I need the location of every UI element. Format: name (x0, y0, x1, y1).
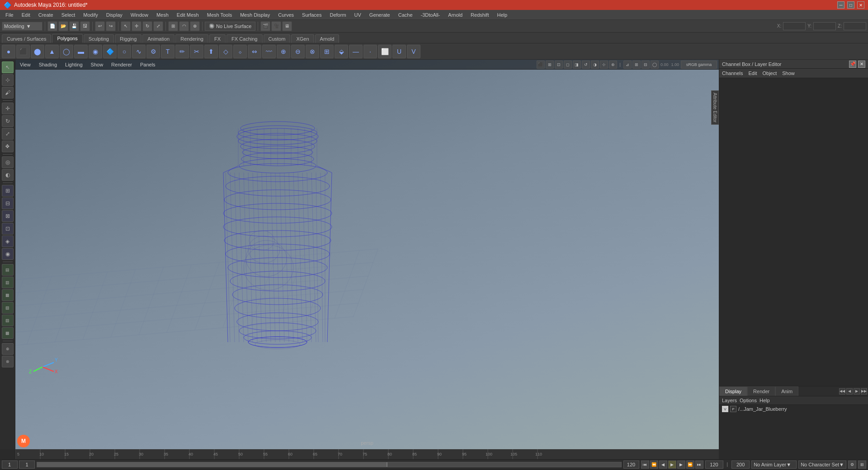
param2-button[interactable]: ▥ (2, 277, 14, 288)
help-sub[interactable]: Help (760, 398, 770, 403)
curve5-button[interactable]: ◈ (2, 235, 14, 247)
shelf-icon-edit1[interactable]: ✏ (175, 45, 189, 58)
shelf-icon-helix[interactable]: ∿ (132, 45, 146, 58)
shelf-tab-rendering[interactable]: Rendering (175, 34, 208, 43)
soft-sel-button[interactable]: ◎ (2, 156, 14, 168)
snap-point-button[interactable]: ⊕ (190, 21, 200, 31)
menu-item-3dtoall[interactable]: -3DtoAll- (417, 11, 444, 19)
object-nav[interactable]: Object (762, 70, 777, 76)
anim-layer-dropdown[interactable]: No Anim Layer ▼ (751, 461, 797, 469)
misc1-button[interactable]: ⊕ (2, 343, 14, 355)
curve6-button[interactable]: ◉ (2, 248, 14, 260)
curve1-button[interactable]: ⊞ (2, 185, 14, 197)
layer-playback-toggle[interactable]: P (730, 406, 736, 412)
render-button[interactable]: 🎬 (260, 21, 270, 31)
attribute-editor-tab[interactable]: Attribute Editor (711, 90, 719, 125)
shelf-icon-mirror[interactable]: ⇔ (248, 45, 261, 58)
shelf-icon-select-vert[interactable]: · (363, 45, 377, 58)
live-surface-button[interactable]: 🔘 No Live Surface (205, 22, 255, 31)
channel-box-pin[interactable]: 📌 (849, 61, 856, 68)
options-sub[interactable]: Options (740, 398, 757, 403)
go-end-button[interactable]: ⏭ (695, 461, 703, 469)
anim-prefs-button[interactable]: ⊞ (858, 461, 866, 469)
shelf-icon-cone[interactable]: ▲ (45, 45, 59, 58)
frame-end-display[interactable] (623, 461, 639, 469)
channels-nav[interactable]: Channels (722, 70, 743, 76)
shelf-icon-disk[interactable]: ◉ (89, 45, 102, 58)
y-input[interactable] (813, 22, 836, 30)
param5-button[interactable]: ▨ (2, 315, 14, 326)
param6-button[interactable]: ▩ (2, 327, 14, 339)
channel-box-close[interactable]: ✕ (858, 61, 865, 68)
shelf-tab-rigging[interactable]: Rigging (115, 34, 142, 43)
anim-tab[interactable]: Anim (775, 386, 798, 396)
move-button[interactable]: ✛ (2, 103, 14, 114)
next-frame-button[interactable]: ▶ (677, 461, 685, 469)
layer-scroll-prev[interactable]: ◀◀ (839, 388, 845, 395)
sculpt1-button[interactable]: ◐ (2, 169, 14, 181)
shelf-tab-polygons[interactable]: Polygons (52, 34, 82, 43)
shelf-icon-uv1[interactable]: U (392, 45, 406, 58)
char-set-dropdown[interactable]: No Character Set ▼ (798, 461, 846, 469)
menu-item-redshift[interactable]: Redshift (467, 11, 492, 19)
show-nav[interactable]: Show (782, 70, 795, 76)
edit-nav[interactable]: Edit (748, 70, 757, 76)
menu-item-meshtools[interactable]: Mesh Tools (203, 11, 236, 19)
menu-item-select[interactable]: Select (58, 11, 79, 19)
shelf-icon-smooth[interactable]: 〰 (262, 45, 276, 58)
range-end-input[interactable] (731, 461, 750, 469)
menu-item-uv[interactable]: UV (351, 11, 365, 19)
prev-key-button[interactable]: ⏪ (650, 461, 658, 469)
menu-item-curves[interactable]: Curves (274, 11, 297, 19)
menu-item-create[interactable]: Create (35, 11, 57, 19)
param4-button[interactable]: ▧ (2, 302, 14, 314)
x-input[interactable] (783, 22, 806, 30)
lasso-button[interactable]: ⊹ (2, 74, 14, 86)
menu-item-generate[interactable]: Generate (366, 11, 394, 19)
scale-tool-button[interactable]: ⤢ (153, 21, 163, 31)
menu-item-mesh[interactable]: Mesh (153, 11, 172, 19)
menu-item-display[interactable]: Display (103, 11, 126, 19)
workspace-dropdown[interactable]: Modeling ▼ (2, 22, 42, 31)
shelf-tab-curves---surfaces[interactable]: Curves / Surfaces (2, 34, 51, 43)
shelf-icon-extrude[interactable]: ⬆ (204, 45, 218, 58)
menu-item-surfaces[interactable]: Surfaces (298, 11, 325, 19)
timeline-ruler[interactable]: 5 10 15 20 25 30 35 40 45 50 55 60 65 (15, 449, 719, 459)
undo-button[interactable]: ↩ (95, 21, 105, 31)
shelf-tab-xgen[interactable]: XGen (291, 34, 314, 43)
layer-scroll-right[interactable]: ▶ (854, 388, 860, 395)
menu-item-file[interactable]: File (2, 11, 17, 19)
shelf-icon-cube[interactable]: ⬛ (16, 45, 30, 58)
play-fwd-button[interactable]: ▶ (668, 461, 676, 469)
shelf-icon-bevel[interactable]: ◇ (219, 45, 232, 58)
shelf-tab-sculpting[interactable]: Sculpting (84, 34, 114, 43)
shelf-icon-fill[interactable]: ⬙ (335, 45, 348, 58)
frame-end-input[interactable] (705, 461, 723, 469)
save-button[interactable]: 💾 (69, 21, 79, 31)
shelf-icon-bridge[interactable]: ⬦ (233, 45, 247, 58)
move-tool-button[interactable]: ✛ (132, 21, 142, 31)
shelf-tab-custom[interactable]: Custom (264, 34, 291, 43)
shelf-icon-select-edge[interactable]: — (349, 45, 363, 58)
shelf-icon-torus[interactable]: ◯ (60, 45, 73, 58)
shelf-tab-arnold[interactable]: Arnold (315, 34, 340, 43)
z-input[interactable] (844, 22, 866, 30)
viewport[interactable]: View Shading Lighting Show Renderer Pane… (15, 60, 719, 449)
layers-sub[interactable]: Layers (722, 398, 737, 403)
render-tab[interactable]: Render (747, 386, 775, 396)
maximize-button[interactable]: □ (847, 1, 854, 9)
paint-sel-button[interactable]: 🖌 (2, 87, 14, 99)
shelf-icon-plane[interactable]: ▬ (74, 45, 88, 58)
menu-item-editmesh[interactable]: Edit Mesh (173, 11, 203, 19)
menu-item-help[interactable]: Help (493, 11, 511, 19)
go-start-button[interactable]: ⏮ (641, 461, 649, 469)
snap-curve-button[interactable]: ◠ (179, 21, 189, 31)
shelf-icon-separate[interactable]: ⊖ (291, 45, 305, 58)
shelf-icon-subdivide[interactable]: ⊞ (320, 45, 334, 58)
shelf-tab-animation[interactable]: Animation (142, 34, 175, 43)
menu-item-modify[interactable]: Modify (80, 11, 101, 19)
layer-scroll-left[interactable]: ◀ (846, 388, 853, 395)
new-scene-button[interactable]: 📄 (47, 21, 57, 31)
prev-frame-button[interactable]: ◀ (659, 461, 667, 469)
shelf-icon-bool[interactable]: ⊗ (306, 45, 319, 58)
